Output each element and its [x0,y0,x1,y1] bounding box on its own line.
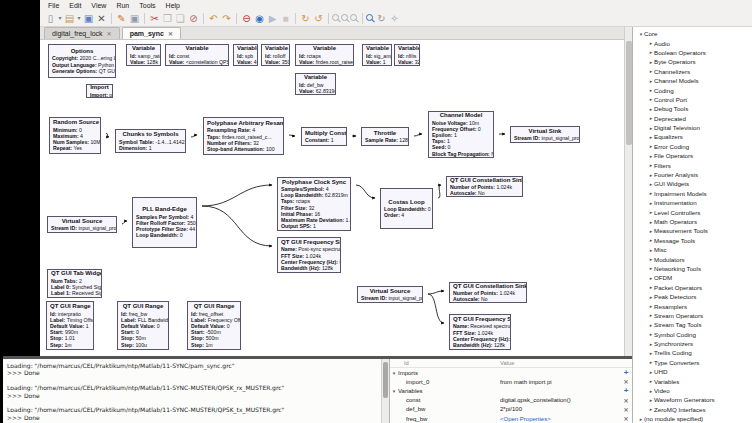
block-chunks-to-symbols[interactable]: Chunks to SymbolsSymbol Table-1.4...1.41… [115,129,186,153]
port-complex-out[interactable] [283,133,284,140]
annotate-button[interactable]: ✎ [115,12,128,25]
block-import[interactable]: ImportImportpi [86,84,113,98]
save-button[interactable]: ▣ [82,12,95,25]
tree-item-core[interactable]: ▾ Core [633,29,752,38]
block-polyphase-clock-sync[interactable]: Polyphase Clock SyncSamples/Symbol4Loop … [277,177,351,231]
menu-help[interactable]: Help [161,2,185,9]
inspector-row[interactable]: constdigital.qpsk_constellation()✕ [390,396,632,405]
tree-item[interactable]: ▸Channelizers [633,67,752,76]
block-channel-model[interactable]: Channel ModelNoise Voltage10mFrequency O… [428,111,494,158]
port-complex-out[interactable] [432,195,433,202]
tree-item[interactable]: ▸Equalizers [633,132,752,141]
block-qt-gui-range-freq-offset[interactable]: QT GUI RangeIdfreq_offsetLabelFrequency … [187,301,241,350]
port-float-out[interactable] [196,215,197,222]
tab-pam-sync[interactable]: pam_sync ✕ [122,27,181,39]
port-complex-out[interactable] [185,135,186,142]
port-complex-in[interactable] [301,134,302,141]
tree-item[interactable]: ▸UHD [633,367,752,376]
port-complex-in[interactable] [380,195,381,202]
kill-button[interactable]: ⊖ [240,12,253,25]
port-msg-in[interactable] [277,257,278,262]
port-complex-in[interactable] [132,219,133,226]
block-random-source[interactable]: Random SourceMinimum0Maximum4Num Samples… [49,117,101,154]
port-complex-in[interactable] [361,134,362,141]
inspector-group-row[interactable]: ▾Variables+ [390,386,632,395]
copy-button[interactable]: ❐ [161,12,174,25]
port-complex-out[interactable] [196,204,197,211]
tree-item[interactable]: ▸Instrumentation [633,198,752,207]
tree-item[interactable]: ▸Resamplers [633,301,752,310]
tree-item[interactable]: ▸Debug Tools [633,104,752,113]
tab-digital-freq-lock[interactable]: digital_freq_lock ✕ [44,27,120,39]
scrollbar-thumb[interactable] [383,362,388,398]
port-complex-in[interactable] [428,132,429,139]
tree-item[interactable]: ▸Stream Operators [633,311,752,320]
zoom-fit-button[interactable] [350,14,359,23]
add-button[interactable]: + [620,386,632,395]
tree-item[interactable]: ▸Boolean Operators [633,48,752,57]
new-file-button[interactable]: ▯ [44,12,57,25]
keyboard-shortcuts-button[interactable]: ✧ [388,12,401,25]
port-float-out[interactable] [432,219,433,226]
port-complex-in[interactable] [277,244,278,251]
collapse-arrow-icon[interactable]: ▾ [390,388,398,394]
port-msg-in[interactable] [277,207,278,212]
tree-item[interactable]: ▸Channel Models [633,76,752,85]
port-float-out[interactable] [350,219,351,226]
inspector-group-row[interactable]: ▾Imports+ [390,368,632,377]
cut-button[interactable]: ✂ [148,12,161,25]
block-throttle[interactable]: ThrottleSample Rate128k [361,127,409,146]
port-byte-out[interactable] [100,131,101,138]
port-byte-in[interactable] [115,135,116,142]
block-polyphase-arbitrary-resampler[interactable]: Polyphase Arbitrary ResamplerResampling … [203,117,284,155]
reload-blocks-button[interactable]: ↻ [375,12,388,25]
zoom-out-button[interactable] [341,14,350,23]
menu-edit[interactable]: Edit [64,2,86,9]
port-complex-out[interactable] [493,132,494,139]
block-virtual-source-bottom[interactable]: Virtual SourceStream IDinput_signal_prob… [357,286,423,303]
console-scrollbar[interactable] [381,359,389,423]
tree-item[interactable]: ▸Type Converters [633,358,752,367]
port-msg-in[interactable] [449,334,450,339]
block-qt-gui-range-interpratio[interactable]: QT GUI RangeIdinterpratioLabelTiming Off… [46,301,94,350]
block-multiply-const[interactable]: Multiply ConstConstant1 [301,127,347,146]
block-costas-loop[interactable]: Costas LoopLoop Bandwidth0Order4 [380,188,433,229]
tree-item[interactable]: ▸Synchronizers [633,339,752,348]
close-button[interactable]: ✕ [95,12,108,25]
port-complex-out[interactable] [350,183,351,190]
tree-item[interactable]: ▸Deprecated [633,114,752,123]
tree-item[interactable]: ▸Packet Operators [633,283,752,292]
tree-item[interactable]: ▸Peak Detectors [633,292,752,301]
delete-button[interactable]: ✕ [620,415,632,422]
inspector-row[interactable]: freq_bw<Open Properties>✕ [390,414,632,423]
port-complex-out[interactable] [346,134,347,141]
tree-item[interactable]: ▸OFDM [633,273,752,282]
tab-close-icon[interactable]: ✕ [107,30,112,37]
tree-item[interactable]: ▸Math Operators [633,217,752,226]
port-msg-out[interactable] [340,257,341,262]
tree-item[interactable]: ▸Measurement Tools [633,226,752,235]
port-msg-in[interactable] [380,213,381,218]
open-properties-link[interactable]: <Open Properties> [500,416,620,422]
port-float-out[interactable] [350,207,351,214]
redo-button[interactable]: ↷ [220,12,233,25]
tree-item[interactable]: ▸Trellis Coding [633,348,752,357]
inspector-row[interactable]: def_bw2*pi/100✕ [390,405,632,414]
stop-button[interactable]: ■ [279,12,292,25]
inspector-row[interactable]: import_0from math import pi✕ [390,377,632,386]
block-qt-gui-range-freq-bw[interactable]: QT GUI RangeIdfreq_bwLabelFLL BandwidthD… [117,301,169,350]
tree-item[interactable]: ▸Video [633,386,752,395]
generate-button[interactable]: ◉ [253,12,266,25]
tree-item[interactable]: ▸Coding [633,85,752,94]
screenshot-button[interactable]: ▣ [128,12,141,25]
port-msg-out[interactable] [185,147,186,152]
block-variable-rolloff[interactable]: VariableIdrolloffValue350m [261,44,290,66]
flowgraph-reload-button[interactable]: ↺ [312,12,325,25]
tree-item[interactable]: ▸Impairment Models [633,189,752,198]
port-float-out[interactable] [432,207,433,214]
tree-item[interactable]: ▸Level Controllers [633,207,752,216]
tree-item[interactable]: ▸Byte Operators [633,57,752,66]
port-complex-in[interactable] [277,183,278,190]
menu-tools[interactable]: Tools [134,2,160,9]
block-qt-gui-frequency-sink-post[interactable]: QT GUI Frequency SinkNamePost-sync spect… [277,237,341,273]
